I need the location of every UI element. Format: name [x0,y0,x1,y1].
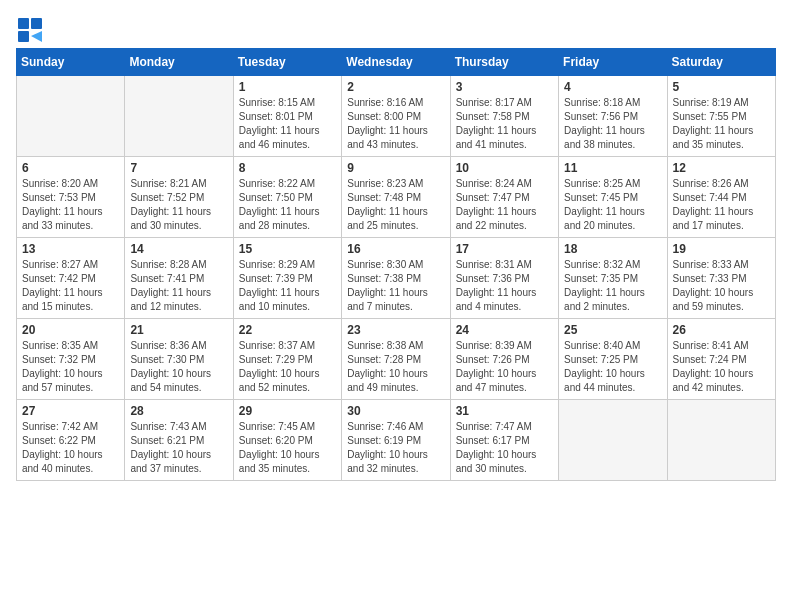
calendar-cell: 2Sunrise: 8:16 AM Sunset: 8:00 PM Daylig… [342,76,450,157]
day-info: Sunrise: 8:17 AM Sunset: 7:58 PM Dayligh… [456,96,553,152]
weekday-header-monday: Monday [125,49,233,76]
svg-rect-1 [31,18,42,29]
day-info: Sunrise: 8:30 AM Sunset: 7:38 PM Dayligh… [347,258,444,314]
calendar-cell: 14Sunrise: 8:28 AM Sunset: 7:41 PM Dayli… [125,238,233,319]
day-number: 16 [347,242,444,256]
day-number: 3 [456,80,553,94]
calendar-cell: 31Sunrise: 7:47 AM Sunset: 6:17 PM Dayli… [450,400,558,481]
day-info: Sunrise: 8:36 AM Sunset: 7:30 PM Dayligh… [130,339,227,395]
calendar-cell: 15Sunrise: 8:29 AM Sunset: 7:39 PM Dayli… [233,238,341,319]
day-number: 31 [456,404,553,418]
day-info: Sunrise: 8:21 AM Sunset: 7:52 PM Dayligh… [130,177,227,233]
day-info: Sunrise: 8:38 AM Sunset: 7:28 PM Dayligh… [347,339,444,395]
day-number: 19 [673,242,770,256]
calendar-cell: 29Sunrise: 7:45 AM Sunset: 6:20 PM Dayli… [233,400,341,481]
page-header [16,16,776,44]
day-info: Sunrise: 8:28 AM Sunset: 7:41 PM Dayligh… [130,258,227,314]
day-number: 6 [22,161,119,175]
day-info: Sunrise: 8:16 AM Sunset: 8:00 PM Dayligh… [347,96,444,152]
calendar-week-1: 1Sunrise: 8:15 AM Sunset: 8:01 PM Daylig… [17,76,776,157]
day-number: 17 [456,242,553,256]
day-info: Sunrise: 8:24 AM Sunset: 7:47 PM Dayligh… [456,177,553,233]
day-number: 8 [239,161,336,175]
logo [16,16,48,44]
day-number: 29 [239,404,336,418]
weekday-header-wednesday: Wednesday [342,49,450,76]
day-number: 4 [564,80,661,94]
calendar-cell: 10Sunrise: 8:24 AM Sunset: 7:47 PM Dayli… [450,157,558,238]
day-info: Sunrise: 8:15 AM Sunset: 8:01 PM Dayligh… [239,96,336,152]
calendar-cell: 30Sunrise: 7:46 AM Sunset: 6:19 PM Dayli… [342,400,450,481]
calendar-cell [125,76,233,157]
day-info: Sunrise: 8:23 AM Sunset: 7:48 PM Dayligh… [347,177,444,233]
calendar-cell: 13Sunrise: 8:27 AM Sunset: 7:42 PM Dayli… [17,238,125,319]
day-info: Sunrise: 8:20 AM Sunset: 7:53 PM Dayligh… [22,177,119,233]
calendar: SundayMondayTuesdayWednesdayThursdayFrid… [16,48,776,481]
calendar-cell: 24Sunrise: 8:39 AM Sunset: 7:26 PM Dayli… [450,319,558,400]
calendar-cell: 5Sunrise: 8:19 AM Sunset: 7:55 PM Daylig… [667,76,775,157]
day-number: 12 [673,161,770,175]
day-info: Sunrise: 8:35 AM Sunset: 7:32 PM Dayligh… [22,339,119,395]
weekday-header-row: SundayMondayTuesdayWednesdayThursdayFrid… [17,49,776,76]
day-number: 14 [130,242,227,256]
calendar-cell: 23Sunrise: 8:38 AM Sunset: 7:28 PM Dayli… [342,319,450,400]
calendar-cell [559,400,667,481]
day-number: 9 [347,161,444,175]
day-number: 18 [564,242,661,256]
day-info: Sunrise: 8:29 AM Sunset: 7:39 PM Dayligh… [239,258,336,314]
weekday-header-sunday: Sunday [17,49,125,76]
day-number: 26 [673,323,770,337]
logo-icon [16,16,44,44]
calendar-cell [17,76,125,157]
calendar-week-4: 20Sunrise: 8:35 AM Sunset: 7:32 PM Dayli… [17,319,776,400]
day-number: 13 [22,242,119,256]
day-number: 5 [673,80,770,94]
calendar-cell: 6Sunrise: 8:20 AM Sunset: 7:53 PM Daylig… [17,157,125,238]
calendar-cell: 12Sunrise: 8:26 AM Sunset: 7:44 PM Dayli… [667,157,775,238]
calendar-cell: 11Sunrise: 8:25 AM Sunset: 7:45 PM Dayli… [559,157,667,238]
day-info: Sunrise: 8:37 AM Sunset: 7:29 PM Dayligh… [239,339,336,395]
calendar-cell: 27Sunrise: 7:42 AM Sunset: 6:22 PM Dayli… [17,400,125,481]
weekday-header-tuesday: Tuesday [233,49,341,76]
day-info: Sunrise: 8:32 AM Sunset: 7:35 PM Dayligh… [564,258,661,314]
day-info: Sunrise: 8:19 AM Sunset: 7:55 PM Dayligh… [673,96,770,152]
day-number: 20 [22,323,119,337]
day-number: 10 [456,161,553,175]
day-info: Sunrise: 8:33 AM Sunset: 7:33 PM Dayligh… [673,258,770,314]
calendar-week-5: 27Sunrise: 7:42 AM Sunset: 6:22 PM Dayli… [17,400,776,481]
calendar-cell: 3Sunrise: 8:17 AM Sunset: 7:58 PM Daylig… [450,76,558,157]
day-number: 27 [22,404,119,418]
calendar-cell: 1Sunrise: 8:15 AM Sunset: 8:01 PM Daylig… [233,76,341,157]
day-info: Sunrise: 8:25 AM Sunset: 7:45 PM Dayligh… [564,177,661,233]
day-number: 23 [347,323,444,337]
day-info: Sunrise: 8:40 AM Sunset: 7:25 PM Dayligh… [564,339,661,395]
day-info: Sunrise: 8:39 AM Sunset: 7:26 PM Dayligh… [456,339,553,395]
day-info: Sunrise: 8:18 AM Sunset: 7:56 PM Dayligh… [564,96,661,152]
day-info: Sunrise: 8:22 AM Sunset: 7:50 PM Dayligh… [239,177,336,233]
svg-rect-0 [18,18,29,29]
day-info: Sunrise: 7:47 AM Sunset: 6:17 PM Dayligh… [456,420,553,476]
calendar-cell: 17Sunrise: 8:31 AM Sunset: 7:36 PM Dayli… [450,238,558,319]
day-number: 15 [239,242,336,256]
day-info: Sunrise: 7:43 AM Sunset: 6:21 PM Dayligh… [130,420,227,476]
calendar-week-3: 13Sunrise: 8:27 AM Sunset: 7:42 PM Dayli… [17,238,776,319]
calendar-cell: 4Sunrise: 8:18 AM Sunset: 7:56 PM Daylig… [559,76,667,157]
day-number: 25 [564,323,661,337]
calendar-cell: 16Sunrise: 8:30 AM Sunset: 7:38 PM Dayli… [342,238,450,319]
day-number: 28 [130,404,227,418]
calendar-cell: 22Sunrise: 8:37 AM Sunset: 7:29 PM Dayli… [233,319,341,400]
day-info: Sunrise: 7:46 AM Sunset: 6:19 PM Dayligh… [347,420,444,476]
weekday-header-saturday: Saturday [667,49,775,76]
calendar-cell: 9Sunrise: 8:23 AM Sunset: 7:48 PM Daylig… [342,157,450,238]
calendar-cell [667,400,775,481]
weekday-header-thursday: Thursday [450,49,558,76]
calendar-cell: 26Sunrise: 8:41 AM Sunset: 7:24 PM Dayli… [667,319,775,400]
calendar-cell: 20Sunrise: 8:35 AM Sunset: 7:32 PM Dayli… [17,319,125,400]
calendar-cell: 21Sunrise: 8:36 AM Sunset: 7:30 PM Dayli… [125,319,233,400]
day-number: 30 [347,404,444,418]
day-info: Sunrise: 8:26 AM Sunset: 7:44 PM Dayligh… [673,177,770,233]
day-info: Sunrise: 7:42 AM Sunset: 6:22 PM Dayligh… [22,420,119,476]
calendar-cell: 28Sunrise: 7:43 AM Sunset: 6:21 PM Dayli… [125,400,233,481]
day-number: 2 [347,80,444,94]
day-number: 21 [130,323,227,337]
